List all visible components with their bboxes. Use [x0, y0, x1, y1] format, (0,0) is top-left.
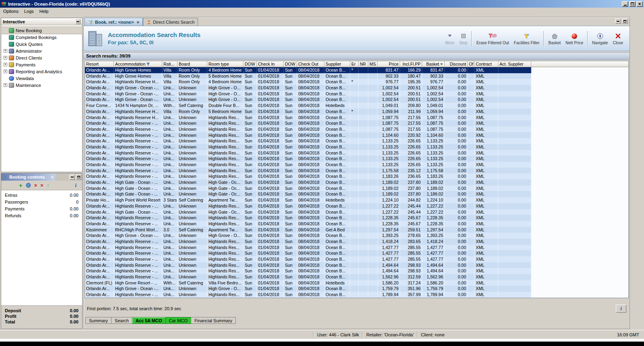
mdi-restore-button[interactable] [622, 19, 628, 24]
column-header-basket-15[interactable]: Basket [422, 61, 445, 67]
column-header-accommodation-1[interactable]: Accommodation [114, 61, 162, 67]
add-icon[interactable]: + [19, 182, 23, 188]
tab-direct-clients-search[interactable]: Direct Clients Search [143, 18, 198, 26]
sidebar-item-payments[interactable]: +Payments [1, 61, 82, 68]
table-row[interactable]: Orlando Ar...Highlands Reserve - ...Unk.… [85, 250, 628, 256]
table-row[interactable]: Orlando Ar...Highlands Reserve - ...Unk.… [85, 262, 628, 268]
close-window-button[interactable] [636, 1, 643, 7]
info-button[interactable] [616, 305, 626, 313]
tab-book-ref-none[interactable]: Book. ref.: <none>× [85, 18, 143, 26]
column-header-rati-2[interactable]: Rati... [162, 61, 178, 67]
table-row[interactable]: Orlando Ar...Highlands Reserve - ...Unk.… [85, 162, 628, 168]
table-row[interactable]: Private Ho...High Point World Resort3 St… [85, 197, 628, 203]
expand-icon[interactable]: + [4, 83, 7, 87]
move-up-icon[interactable]: ↑ [47, 183, 50, 188]
sidebar-item-administrator[interactable]: +Administrator [1, 47, 82, 54]
navigate-button[interactable]: Navigate [590, 31, 610, 46]
minimize-button[interactable] [622, 1, 628, 7]
table-row[interactable]: Orlando Ar...Highlands Reserve - ...Unk.… [85, 150, 628, 156]
column-header-supplier-9[interactable]: Supplier [324, 61, 350, 67]
column-header-er-10[interactable]: Er [350, 61, 359, 67]
booking-panel-minimize-button[interactable] [69, 175, 75, 180]
table-row[interactable]: Orlando Ar...Highlands Reserve - ...Unk.… [85, 203, 628, 209]
table-row[interactable]: Orlando Ar...Highlands Reserve - ...Unk.… [85, 245, 628, 251]
info-icon[interactable]: i [75, 183, 76, 188]
filter-funnel-icon[interactable] [146, 62, 150, 66]
booking-contents-close-icon[interactable]: × [51, 175, 54, 179]
column-header-dow-5[interactable]: DOW [244, 61, 257, 67]
expand-icon[interactable]: + [4, 56, 7, 60]
table-row[interactable]: Orlando Ar...Highlands Reserve H...Villa… [85, 109, 628, 115]
table-row[interactable]: Orlando Ar...High Grove HomesVillaRoom O… [85, 73, 628, 79]
expand-icon[interactable]: + [4, 63, 7, 66]
booking-contents-row[interactable]: Extras0.00 [1, 192, 82, 198]
table-row[interactable]: Orlando Ar...High Gate - Ocean - ...Unk.… [85, 185, 628, 192]
table-row[interactable]: Orlando Ar...High Grove - Ocean -...Unk.… [85, 286, 628, 292]
table-row[interactable]: Orlando Ar...Highlands Reserve - ...Unk.… [85, 215, 628, 221]
stop-button[interactable]: Stop [457, 31, 470, 46]
expand-icon[interactable]: + [4, 70, 7, 73]
table-row[interactable]: Orlando Ar...High Grove - Ocean -...Unk.… [85, 85, 628, 91]
table-row[interactable]: Orlando Ar...Highlands Reserve - ...Unk.… [85, 256, 628, 262]
table-row[interactable]: Four Corne...1434 N Hampton Dr, ...With.… [85, 103, 628, 109]
column-header-dow-7[interactable]: DOW [284, 61, 297, 67]
bottom-tab-financial-summary[interactable]: Financial Summary [191, 317, 236, 324]
bottom-tab-search[interactable]: Search [111, 317, 132, 324]
table-row[interactable]: Orlando Ar...Highlands Reserve - ...Unk.… [85, 268, 628, 274]
table-row[interactable]: Orlando Ar...Highlands Reserve - ...Unk.… [85, 239, 628, 245]
table-row[interactable]: Orlando Ar...Highlands Reserve - ...Unk.… [85, 156, 628, 162]
column-header-check-in-6[interactable]: Check In [257, 61, 284, 67]
sidebar-item-completed-bookings[interactable]: Completed Bookings [1, 34, 82, 41]
table-row[interactable]: Orlando Ar...Highlands Reserve H...Unk..… [85, 115, 628, 121]
sidebar-item-reporting-and-analytics[interactable]: +Reporting and Analytics [1, 68, 82, 75]
basket-button[interactable]: Basket [546, 31, 563, 46]
mdi-minimize-button[interactable] [615, 19, 621, 24]
maximize-button[interactable] [629, 1, 636, 7]
bottom-tab-acc-5a-mco[interactable]: Acc 5A MCO [132, 317, 166, 324]
cancel-all-icon[interactable]: × [34, 183, 37, 188]
table-row[interactable]: Orlando Ar...High Grove - Ocean -...Unk.… [85, 233, 628, 239]
table-row[interactable]: Orlando Ar...High Grove HomesVillaRoom O… [85, 67, 628, 73]
expand-icon[interactable]: + [4, 49, 7, 53]
table-row[interactable]: Orlando Ar...Highlands Reserve - ...Unk.… [85, 126, 628, 132]
menu-options[interactable]: Options [0, 8, 21, 14]
table-row[interactable]: Orlando Ar...Highlands Reserve - ...Unk.… [85, 274, 628, 280]
sidebar-item-viewdata[interactable]: Viewdata [1, 75, 82, 82]
table-row[interactable]: Orlando Ar...Highlands Reserve - ...Unk.… [85, 168, 628, 174]
column-header-discount-16[interactable]: Discount [445, 61, 468, 67]
column-header-check-out-8[interactable]: Check Out [297, 61, 324, 67]
column-header-price-13[interactable]: Price [378, 61, 400, 67]
table-row[interactable]: Clermont (FL)High Grove Resort - ...With… [85, 280, 628, 286]
table-row[interactable]: Orlando Ar...Highlands Reserve - ...Unk.… [85, 132, 628, 138]
table-row[interactable]: KissimmeeRHC/High Point Worl...3.0Self C… [85, 227, 628, 233]
tab-close-icon[interactable]: × [137, 20, 139, 25]
column-header-nr-11[interactable]: NR [359, 61, 368, 67]
table-row[interactable]: Orlando Ar...Highlands Reserve - ...Unk.… [85, 144, 628, 150]
bottom-tab-car-mco[interactable]: Car MCO [165, 317, 191, 324]
table-row[interactable]: Orlando Ar...High Gate - Ocean - ...Unk.… [85, 179, 628, 185]
more-button[interactable]: More [443, 31, 457, 46]
table-row[interactable]: Orlando Ar...High Gate - Ocean - ...Unk.… [85, 191, 628, 197]
booking-contents-row[interactable]: Refunds0.00 [1, 212, 82, 219]
column-header-contract-18[interactable]: Contract [475, 61, 498, 67]
table-row[interactable]: Orlando Ar...Highlands Reserve - ...Unk.… [85, 173, 628, 179]
menu-help[interactable]: Help [37, 8, 52, 14]
column-header-board-3[interactable]: Board [178, 61, 207, 67]
bottom-tab-summary[interactable]: Summary [85, 317, 111, 324]
booking-panel-restore-button[interactable] [76, 175, 81, 180]
menu-logs[interactable]: Logs [21, 8, 37, 14]
collapse-panel-button[interactable] [75, 19, 80, 24]
column-header-room-type-4[interactable]: Room type [207, 61, 244, 67]
column-header-of-17[interactable]: Of [468, 61, 475, 67]
table-row[interactable]: Orlando Ar...Highlands Reserve - ...Unk.… [85, 120, 628, 126]
sidebar-item-quick-quotes[interactable]: Quick Quotes [1, 41, 82, 47]
table-row[interactable]: Orlando Ar...Highlands Reserve H...Villa… [85, 79, 628, 85]
facilities-filter-button[interactable]: Facilities Filter [512, 31, 542, 46]
nett-price-button[interactable]: Nett Price [563, 31, 586, 46]
sidebar-item-new-booking[interactable]: New Booking [1, 27, 82, 34]
globe-icon[interactable] [26, 183, 31, 188]
booking-contents-row[interactable]: Payments0.00 [1, 205, 82, 212]
table-row[interactable]: Orlando Ar...High Grove - Ocean -...Unk.… [85, 91, 628, 97]
column-header-incl-fl-pp-14[interactable]: Incl.Fl.PP [400, 61, 422, 67]
table-row[interactable]: Orlando Ar...High Grove - Ocean -...Unk.… [85, 97, 628, 103]
